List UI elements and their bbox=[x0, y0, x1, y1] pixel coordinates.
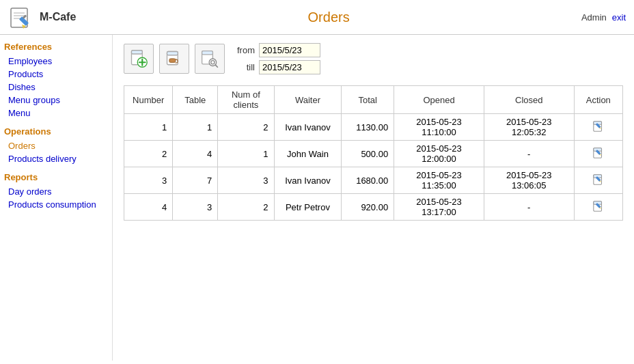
sidebar-item-products-consumption[interactable]: Products consumption bbox=[4, 198, 108, 211]
orders-tbody: 1 1 2 Ivan Ivanov 1130.00 2015-05-23 11:… bbox=[124, 114, 623, 221]
cell-opened: 2015-05-23 13:17:00 bbox=[394, 194, 484, 221]
col-header-clients: Num of clients bbox=[218, 86, 274, 114]
cell-table: 7 bbox=[173, 167, 218, 194]
till-row: till bbox=[236, 60, 320, 74]
edit-icon bbox=[592, 173, 605, 186]
cell-closed: 2015-05-23 13:06:05 bbox=[484, 167, 574, 194]
till-date-input[interactable] bbox=[259, 60, 320, 74]
svg-rect-13 bbox=[167, 52, 178, 55]
cell-clients: 3 bbox=[218, 167, 274, 194]
cell-clients: 2 bbox=[218, 194, 274, 221]
col-header-number: Number bbox=[124, 86, 173, 114]
cell-clients: 2 bbox=[218, 114, 274, 141]
col-header-opened: Opened bbox=[394, 86, 484, 114]
exit-link[interactable]: exit bbox=[612, 12, 626, 23]
cell-total: 920.00 bbox=[342, 194, 394, 221]
cell-action bbox=[574, 167, 622, 194]
table-row: 2 4 1 John Wain 500.00 2015-05-23 12:00:… bbox=[124, 141, 623, 167]
cell-total: 1130.00 bbox=[342, 114, 394, 141]
edit-order-button[interactable] bbox=[592, 147, 605, 159]
from-label: from bbox=[236, 45, 255, 55]
cell-closed: - bbox=[484, 141, 574, 167]
svg-rect-15 bbox=[169, 59, 176, 62]
cell-action bbox=[574, 194, 622, 221]
cell-total: 1680.00 bbox=[342, 167, 394, 194]
view-icon bbox=[200, 49, 219, 68]
date-filter: from till bbox=[236, 43, 320, 74]
col-header-action: Action bbox=[574, 86, 622, 114]
sidebar-item-orders[interactable]: Orders bbox=[4, 139, 108, 152]
till-label: till bbox=[236, 62, 255, 72]
cell-closed: - bbox=[484, 194, 574, 221]
page-title-label: Orders bbox=[308, 10, 350, 25]
sidebar: References Employees Products Dishes Men… bbox=[0, 35, 113, 361]
svg-line-20 bbox=[215, 65, 217, 67]
cell-number: 4 bbox=[124, 194, 173, 221]
table-row: 4 3 2 Petr Petrov 920.00 2015-05-23 13:1… bbox=[124, 194, 623, 221]
cell-number: 1 bbox=[124, 114, 173, 141]
cell-action bbox=[574, 114, 622, 141]
toolbar: from till bbox=[124, 43, 623, 74]
col-header-total: Total bbox=[342, 86, 394, 114]
cell-opened: 2015-05-23 12:00:00 bbox=[394, 141, 484, 167]
edit-order-button[interactable] bbox=[592, 120, 605, 132]
svg-rect-8 bbox=[132, 51, 143, 54]
table-row: 3 7 3 Ivan Ivanov 1680.00 2015-05-23 11:… bbox=[124, 167, 623, 194]
layout: References Employees Products Dishes Men… bbox=[0, 35, 634, 361]
operations-section-label: Operations bbox=[4, 126, 108, 137]
coffee-icon bbox=[165, 49, 184, 68]
add-order-icon bbox=[129, 49, 148, 68]
cell-opened: 2015-05-23 11:35:00 bbox=[394, 167, 484, 194]
logo-text: M-Cafe bbox=[40, 11, 76, 23]
col-header-waiter: Waiter bbox=[274, 86, 342, 114]
sidebar-item-products[interactable]: Products bbox=[4, 68, 108, 81]
edit-order-button[interactable] bbox=[592, 173, 605, 186]
cell-total: 500.00 bbox=[342, 141, 394, 167]
cell-number: 3 bbox=[124, 167, 173, 194]
sidebar-item-dishes[interactable]: Dishes bbox=[4, 81, 108, 94]
cell-closed: 2015-05-23 12:05:32 bbox=[484, 114, 574, 141]
cell-opened: 2015-05-23 11:10:00 bbox=[394, 114, 484, 141]
header: M-Cafe Orders Admin exit bbox=[0, 0, 634, 35]
view-button[interactable] bbox=[195, 44, 225, 74]
orders-table: Number Table Num of clients Waiter Total… bbox=[124, 85, 623, 221]
edit-icon bbox=[592, 200, 605, 212]
cell-table: 1 bbox=[173, 114, 218, 141]
cell-table: 4 bbox=[173, 141, 218, 167]
table-header-row: Number Table Num of clients Waiter Total… bbox=[124, 86, 623, 114]
sidebar-item-menu-groups[interactable]: Menu groups bbox=[4, 94, 108, 107]
sidebar-item-menu[interactable]: Menu bbox=[4, 107, 108, 120]
cell-clients: 1 bbox=[218, 141, 274, 167]
col-header-table: Table bbox=[173, 86, 218, 114]
sidebar-item-employees[interactable]: Employees bbox=[4, 55, 108, 68]
reports-section-label: Reports bbox=[4, 172, 108, 182]
coffee-button[interactable] bbox=[159, 44, 189, 74]
col-header-closed: Closed bbox=[484, 86, 574, 114]
logo-area: M-Cafe bbox=[8, 4, 76, 30]
main-content: from till Number Table Num of clients Wa… bbox=[113, 35, 634, 361]
cell-waiter: Petr Petrov bbox=[274, 194, 342, 221]
cell-waiter: John Wain bbox=[274, 141, 342, 167]
from-date-input[interactable] bbox=[259, 43, 320, 57]
table-row: 1 1 2 Ivan Ivanov 1130.00 2015-05-23 11:… bbox=[124, 114, 623, 141]
cell-waiter: Ivan Ivanov bbox=[274, 167, 342, 194]
cell-waiter: Ivan Ivanov bbox=[274, 114, 342, 141]
edit-icon bbox=[592, 147, 605, 159]
sidebar-item-day-orders[interactable]: Day orders bbox=[4, 185, 108, 198]
cell-table: 3 bbox=[173, 194, 218, 221]
add-order-button[interactable] bbox=[124, 44, 154, 74]
from-row: from bbox=[236, 43, 320, 57]
references-section-label: References bbox=[4, 42, 108, 52]
cell-action bbox=[574, 141, 622, 167]
page-title: Orders bbox=[308, 10, 350, 25]
logo-icon bbox=[8, 4, 34, 30]
header-right: Admin exit bbox=[581, 12, 626, 23]
admin-label: Admin bbox=[581, 12, 607, 23]
cell-number: 2 bbox=[124, 141, 173, 167]
svg-rect-17 bbox=[202, 51, 213, 55]
edit-order-button[interactable] bbox=[592, 200, 605, 212]
sidebar-item-products-delivery[interactable]: Products delivery bbox=[4, 152, 108, 165]
edit-icon bbox=[592, 120, 605, 132]
